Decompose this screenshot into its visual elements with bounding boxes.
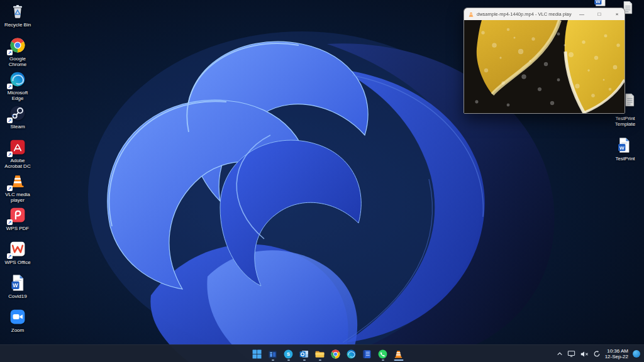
- shortcut-arrow-icon: ↗: [7, 118, 13, 123]
- windows-start-icon: [252, 349, 262, 359]
- desktop-icon-label: Covid19: [1, 293, 34, 299]
- edge-icon: ↗: [9, 70, 26, 88]
- desktop-icon-microsoft-edge[interactable]: ↗ Microsoft Edge: [1, 70, 34, 104]
- desktop-icon-vlc[interactable]: ↗ VLC media player: [1, 172, 34, 206]
- system-tray: 10:36 AM 12-Sep-22: [557, 345, 644, 362]
- notification-badge[interactable]: [633, 350, 640, 358]
- chrome-icon: ↗: [9, 36, 26, 54]
- vlc-icon: ↗: [9, 172, 26, 190]
- recycle-bin-icon: [9, 3, 26, 20]
- maximize-button[interactable]: □: [592, 8, 607, 20]
- desktop-icon-wps-pdf[interactable]: ↗ WPS PDF: [1, 206, 34, 240]
- microsoft-store-icon: [267, 349, 278, 359]
- shortcut-arrow-icon: ↗: [7, 219, 13, 225]
- desktop-icon-zoom[interactable]: Zoom: [1, 308, 34, 342]
- vlc-window: dwsample-mp4-1440p.mp4 - VLC media playe…: [464, 8, 625, 114]
- tray-date: 12-Sep-22: [605, 354, 628, 359]
- wps-office-icon: ↗: [9, 240, 26, 258]
- steam-icon: ↗: [9, 104, 26, 122]
- taskbar: 10:36 AM 12-Sep-22: [0, 344, 644, 362]
- desktop-icon-label: WPS Office: [1, 260, 34, 265]
- hidden-icons-chevron[interactable]: [557, 351, 563, 356]
- shortcut-arrow-icon: ↗: [7, 50, 13, 55]
- outlook-icon: [299, 349, 309, 359]
- sync-icon[interactable]: [593, 350, 601, 358]
- video-frame-lemon-slices: [464, 20, 625, 113]
- desktop-icon-wps-office[interactable]: ↗ WPS Office: [1, 240, 34, 274]
- whatsapp-icon: [377, 349, 388, 359]
- word-doc-icon[interactable]: [592, 0, 608, 7]
- desktop-icon-column-left: Recycle Bin ↗ Google Chrome ↗ Microsoft …: [1, 3, 34, 342]
- start-button[interactable]: [250, 346, 264, 361]
- volume-muted-icon[interactable]: [580, 351, 589, 358]
- taskbar-center-icons: [250, 345, 406, 362]
- shortcut-arrow-icon: ↗: [7, 151, 13, 157]
- desktop-icon-label: Microsoft Edge: [1, 90, 34, 101]
- vlc-video-area[interactable]: [464, 20, 625, 113]
- taskbar-item-chrome[interactable]: [328, 346, 343, 361]
- file-explorer-icon: [314, 349, 325, 359]
- shortcut-arrow-icon: ↗: [7, 185, 13, 191]
- desktop-icon-label: VLC media player: [1, 192, 34, 203]
- skype-icon: [283, 349, 294, 359]
- vlc-titlebar[interactable]: dwsample-mp4-1440p.mp4 - VLC media playe…: [464, 8, 625, 20]
- shortcut-arrow-icon: ↗: [7, 84, 13, 89]
- desktop-icon-label: WPS PDF: [1, 226, 34, 231]
- desktop-icon-covid19[interactable]: Covid19: [1, 274, 34, 308]
- taskbar-item-file-explorer[interactable]: [313, 346, 327, 361]
- taskbar-item-outlook[interactable]: [297, 346, 311, 361]
- taskbar-item-vlc[interactable]: [391, 346, 406, 361]
- desktop-icon-label: Google Chrome: [1, 56, 34, 67]
- taskbar-item-whatsapp[interactable]: [375, 346, 390, 361]
- word-doc-icon: [9, 274, 26, 292]
- minimize-button[interactable]: —: [574, 8, 589, 20]
- edge-icon: [346, 349, 357, 359]
- journal-icon: [362, 349, 372, 359]
- acrobat-icon: ↗: [9, 138, 26, 156]
- desktop-icon-label: Recycle Bin: [1, 22, 34, 28]
- vlc-icon: [393, 349, 404, 359]
- chrome-icon: [330, 349, 341, 359]
- taskbar-item-microsoft-store[interactable]: [265, 346, 280, 361]
- taskbar-clock[interactable]: 10:36 AM 12-Sep-22: [605, 348, 628, 359]
- taskbar-item-edge[interactable]: [344, 346, 358, 361]
- tray-time: 10:36 AM: [607, 348, 628, 354]
- zoom-icon: [9, 308, 26, 326]
- desktop-icon-testprint-template[interactable]: TestPrint Template: [608, 116, 643, 127]
- taskbar-item-skype[interactable]: [281, 346, 296, 361]
- desktop-icon-recycle-bin[interactable]: Recycle Bin: [1, 3, 34, 36]
- desktop-icon-label: Adobe Acrobat DC: [1, 158, 34, 169]
- shortcut-arrow-icon: ↗: [7, 253, 13, 259]
- desktop-icon-testprint[interactable]: TestPrint: [608, 156, 643, 162]
- taskbar-item-journal[interactable]: [360, 346, 374, 361]
- desktop-icon-label: Zoom: [1, 327, 34, 333]
- desktop-icon-steam[interactable]: ↗ Steam: [1, 104, 34, 138]
- desktop-icon-adobe-acrobat[interactable]: ↗ Adobe Acrobat DC: [1, 138, 34, 172]
- vlc-icon: [468, 11, 474, 18]
- window-title: dwsample-mp4-1440p.mp4 - VLC media playe…: [477, 11, 572, 17]
- desktop-icon-label: Steam: [1, 124, 34, 129]
- close-button[interactable]: ×: [609, 8, 625, 20]
- wps-pdf-icon: ↗: [9, 206, 26, 224]
- word-doc-icon[interactable]: [616, 137, 632, 153]
- windows-desktop: S: [0, 0, 644, 362]
- display-tray-icon[interactable]: [567, 350, 575, 358]
- desktop-icon-google-chrome[interactable]: ↗ Google Chrome: [1, 36, 34, 70]
